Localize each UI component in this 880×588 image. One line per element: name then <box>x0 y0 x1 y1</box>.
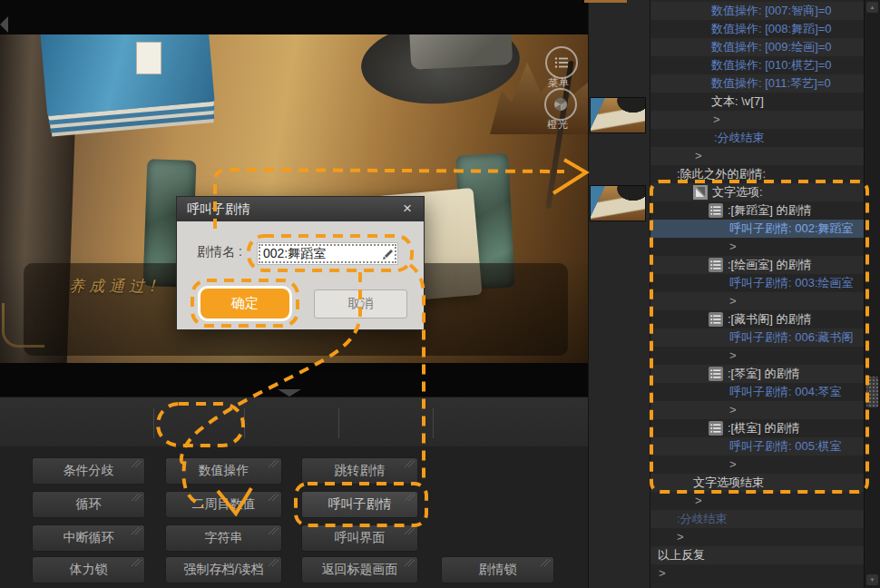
list-icon <box>709 203 723 218</box>
command-button-循环[interactable]: 循环 <box>32 491 145 518</box>
close-icon[interactable]: × <box>398 200 416 218</box>
command-button-条件分歧[interactable]: 条件分歧 <box>32 457 145 485</box>
event-row[interactable]: > <box>650 456 864 474</box>
game-menu-button[interactable] <box>545 46 578 79</box>
scrollbar-thumb[interactable] <box>866 377 878 407</box>
event-row[interactable]: > <box>650 347 864 365</box>
event-row[interactable]: 数值操作: [009:绘画]=0 <box>650 38 864 56</box>
event-row-text: 数值操作: [011:琴艺]=0 <box>711 74 831 93</box>
category-toolbar: 消息逻辑效果图像音乐 <box>0 397 588 447</box>
event-row[interactable]: 呼叫子剧情: 006:藏书阁 <box>650 328 864 347</box>
event-row-text: > <box>695 492 702 510</box>
event-row[interactable]: > <box>650 147 864 165</box>
command-button-返回标题画面[interactable]: 返回标题画面 <box>301 556 418 583</box>
scene-thumbnail[interactable] <box>590 97 646 133</box>
event-row-text: 数值操作: [010:棋艺]=0 <box>711 56 832 74</box>
list-icon <box>709 367 723 381</box>
scroll-up-icon[interactable]: ▲ <box>866 2 878 13</box>
event-row[interactable]: 数值操作: [011:琴艺]=0 <box>650 74 864 93</box>
event-row[interactable]: 文字选项结束 <box>650 474 864 492</box>
event-row-text: 数值操作: [009:绘画]=0 <box>711 38 832 56</box>
event-row-text: > <box>729 292 737 310</box>
command-button-中断循环[interactable]: 中断循环 <box>32 524 145 552</box>
event-row-text: > <box>729 238 737 256</box>
command-button-数值操作[interactable]: 数值操作 <box>165 457 282 485</box>
call-subplot-dialog: 呼叫子剧情 × 剧情名 : 确定 取消 <box>176 196 425 330</box>
event-row-text: 文字选项结束 <box>693 474 764 492</box>
thumbnail-partial[interactable] <box>584 0 627 3</box>
event-row[interactable]: > <box>650 528 864 546</box>
event-row-selected[interactable]: 呼叫子剧情: 002:舞蹈室 <box>650 220 864 238</box>
event-row-text: 以上反复 <box>658 546 705 564</box>
event-row[interactable]: 数值操作: [008:舞蹈]=0 <box>650 20 864 38</box>
event-row-text: 文本: \v[7] <box>711 93 764 111</box>
brand-watermark-label: 橙光 <box>547 118 569 132</box>
cancel-button[interactable]: 取消 <box>314 289 407 318</box>
command-button-area: 条件分歧数值操作跳转剧情循环二周目数值呼叫子剧情中断循环字符串呼叫界面体力锁强制… <box>0 446 588 588</box>
event-row[interactable]: 以上反复 <box>650 546 864 564</box>
options-icon <box>693 185 708 200</box>
event-row[interactable]: :[棋室] 的剧情 <box>650 419 864 437</box>
event-row[interactable]: :除此之外的剧情: <box>650 165 864 183</box>
event-row[interactable]: > <box>650 292 864 310</box>
event-row[interactable]: > <box>650 401 864 419</box>
event-row[interactable]: :分歧结束 <box>650 129 864 147</box>
scroll-down-icon[interactable]: ▼ <box>866 574 878 585</box>
event-row-text: > <box>729 401 737 419</box>
event-row-text: :除此之外的剧情: <box>677 165 766 183</box>
command-button-字符串[interactable]: 字符串 <box>165 524 282 552</box>
aperture-icon <box>553 97 568 112</box>
list-icon <box>709 312 723 327</box>
event-row[interactable]: 文字选项: <box>650 183 864 201</box>
event-row[interactable]: 呼叫子剧情: 003:绘画室 <box>650 274 864 292</box>
command-button-呼叫子剧情[interactable]: 呼叫子剧情 <box>301 491 418 518</box>
event-row[interactable]: :分歧结束 <box>650 510 864 528</box>
event-row[interactable]: > <box>650 564 864 583</box>
edit-pencil-icon[interactable] <box>382 248 395 260</box>
event-row-text: 呼叫子剧情: 003:绘画室 <box>729 274 854 292</box>
event-row-text: > <box>729 347 737 365</box>
event-row-text: :分歧结束 <box>714 129 765 147</box>
event-row-text: 数值操作: [008:舞蹈]=0 <box>711 20 832 38</box>
list-icon <box>709 258 723 272</box>
dialog-title: 呼叫子剧情 <box>177 197 424 221</box>
brand-watermark-button[interactable] <box>544 88 577 121</box>
event-row[interactable]: :[藏书阁] 的剧情 <box>650 310 864 328</box>
event-row[interactable]: :[绘画室] 的剧情 <box>650 256 864 274</box>
event-row[interactable]: 数值操作: [007:智商]=0 <box>650 2 864 20</box>
event-row[interactable]: 呼叫子剧情: 004:琴室 <box>650 383 864 401</box>
event-row[interactable]: 数值操作: [010:棋艺]=0 <box>650 56 864 74</box>
tab-separator <box>153 408 154 438</box>
app-window: 养成通过! 菜单 橙光 <box>0 0 880 588</box>
event-row-text: 呼叫子剧情: 005:棋室 <box>729 437 842 456</box>
event-row[interactable]: :[琴室] 的剧情 <box>650 365 864 383</box>
command-button-二周目数值[interactable]: 二周目数值 <box>165 491 282 518</box>
command-button-跳转剧情[interactable]: 跳转剧情 <box>301 457 418 485</box>
thumbnail-strip <box>588 0 650 588</box>
tab-separator <box>433 408 434 438</box>
list-icon <box>709 421 723 436</box>
letterbox-bottom <box>0 363 588 397</box>
tab-separator <box>338 408 339 438</box>
scene-thumbnail[interactable] <box>590 185 646 221</box>
event-panel-scrollbar[interactable]: ▲ ▼ <box>864 0 880 588</box>
command-button-剧情锁[interactable]: 剧情锁 <box>441 556 554 583</box>
event-row-text: :[棋室] 的剧情 <box>728 419 799 437</box>
event-row[interactable]: > <box>650 238 864 256</box>
command-button-体力锁[interactable]: 体力锁 <box>32 556 145 583</box>
event-row-text: :分歧结束 <box>677 510 728 528</box>
command-button-呼叫界面[interactable]: 呼叫界面 <box>301 524 418 552</box>
event-row[interactable]: 呼叫子剧情: 005:棋室 <box>650 437 864 456</box>
event-row[interactable]: > <box>650 111 864 129</box>
event-row[interactable]: 文本: \v[7] <box>650 93 864 111</box>
panel-collapse-left-icon[interactable] <box>0 16 8 33</box>
ok-button[interactable]: 确定 <box>200 289 289 318</box>
event-row-text: 呼叫子剧情: 004:琴室 <box>729 383 842 401</box>
event-row-text: :[舞蹈室] 的剧情 <box>728 201 811 220</box>
event-row-text: > <box>713 111 720 129</box>
event-row[interactable]: :[舞蹈室] 的剧情 <box>650 201 864 220</box>
collapse-down-icon[interactable] <box>278 389 301 397</box>
event-row[interactable]: > <box>650 492 864 510</box>
command-button-强制存档/读档[interactable]: 强制存档/读档 <box>165 556 282 583</box>
plot-name-input[interactable] <box>257 242 398 265</box>
